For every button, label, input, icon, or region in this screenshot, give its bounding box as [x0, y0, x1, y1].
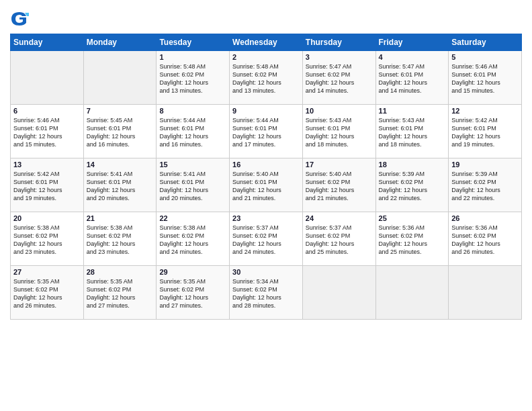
day-header-wednesday: Wednesday [230, 34, 303, 51]
calendar-cell: 5Sunrise: 5:46 AM Sunset: 6:01 PM Daylig… [449, 51, 522, 105]
cell-content: Sunrise: 5:48 AM Sunset: 6:02 PM Dayligh… [232, 62, 300, 95]
day-number: 22 [159, 214, 226, 222]
day-header-tuesday: Tuesday [157, 34, 230, 51]
calendar-cell: 7Sunrise: 5:45 AM Sunset: 6:01 PM Daylig… [83, 105, 157, 158]
logo [10, 9, 32, 28]
calendar-cell: 10Sunrise: 5:43 AM Sunset: 6:01 PM Dayli… [302, 105, 375, 158]
day-number: 5 [451, 53, 519, 61]
cell-content: Sunrise: 5:46 AM Sunset: 6:01 PM Dayligh… [13, 116, 81, 149]
cell-content: Sunrise: 5:34 AM Sunset: 6:02 PM Dayligh… [232, 277, 300, 310]
calendar-cell: 28Sunrise: 5:35 AM Sunset: 6:02 PM Dayli… [83, 266, 157, 320]
cell-content: Sunrise: 5:41 AM Sunset: 6:01 PM Dayligh… [87, 170, 154, 203]
calendar-cell: 11Sunrise: 5:43 AM Sunset: 6:01 PM Dayli… [375, 105, 449, 158]
day-number: 4 [379, 53, 446, 61]
day-header-saturday: Saturday [449, 34, 522, 51]
calendar-cell: 19Sunrise: 5:39 AM Sunset: 6:02 PM Dayli… [449, 158, 522, 212]
day-number: 23 [232, 214, 300, 222]
calendar-cell: 22Sunrise: 5:38 AM Sunset: 6:02 PM Dayli… [157, 212, 230, 266]
calendar-cell [302, 266, 375, 320]
cell-content: Sunrise: 5:38 AM Sunset: 6:02 PM Dayligh… [87, 224, 154, 257]
day-number: 9 [232, 107, 300, 115]
cell-content: Sunrise: 5:35 AM Sunset: 6:02 PM Dayligh… [13, 277, 81, 310]
day-number: 18 [379, 161, 446, 169]
calendar-cell: 16Sunrise: 5:40 AM Sunset: 6:01 PM Dayli… [230, 158, 303, 212]
day-number: 30 [232, 268, 300, 276]
calendar-table: SundayMondayTuesdayWednesdayThursdayFrid… [10, 34, 522, 320]
day-number: 16 [232, 161, 300, 169]
calendar-cell: 13Sunrise: 5:42 AM Sunset: 6:01 PM Dayli… [11, 158, 84, 212]
page: SundayMondayTuesdayWednesdayThursdayFrid… [0, 0, 532, 411]
cell-content: Sunrise: 5:39 AM Sunset: 6:02 PM Dayligh… [451, 170, 519, 203]
day-header-monday: Monday [83, 34, 157, 51]
calendar-cell: 1Sunrise: 5:48 AM Sunset: 6:02 PM Daylig… [157, 51, 230, 105]
day-number: 24 [306, 214, 373, 222]
day-number: 19 [451, 161, 519, 169]
cell-content: Sunrise: 5:36 AM Sunset: 6:02 PM Dayligh… [379, 224, 446, 257]
day-number: 10 [306, 107, 373, 115]
day-number: 1 [159, 53, 226, 61]
cell-content: Sunrise: 5:37 AM Sunset: 6:02 PM Dayligh… [232, 224, 300, 257]
day-header-friday: Friday [375, 34, 449, 51]
day-number: 12 [451, 107, 519, 115]
day-number: 8 [159, 107, 226, 115]
calendar-cell [11, 51, 84, 105]
cell-content: Sunrise: 5:37 AM Sunset: 6:02 PM Dayligh… [306, 224, 373, 257]
day-number: 26 [451, 214, 519, 222]
day-number: 3 [306, 53, 373, 61]
calendar-cell: 15Sunrise: 5:41 AM Sunset: 6:01 PM Dayli… [157, 158, 230, 212]
calendar-cell: 12Sunrise: 5:42 AM Sunset: 6:01 PM Dayli… [449, 105, 522, 158]
day-number: 13 [13, 161, 81, 169]
day-number: 2 [232, 53, 300, 61]
calendar-cell [83, 51, 157, 105]
day-number: 6 [13, 107, 81, 115]
logo-icon [10, 9, 29, 28]
calendar-cell [375, 266, 449, 320]
day-number: 20 [13, 214, 81, 222]
cell-content: Sunrise: 5:35 AM Sunset: 6:02 PM Dayligh… [87, 277, 154, 310]
day-number: 27 [13, 268, 81, 276]
cell-content: Sunrise: 5:40 AM Sunset: 6:02 PM Dayligh… [306, 170, 373, 203]
cell-content: Sunrise: 5:39 AM Sunset: 6:02 PM Dayligh… [379, 170, 446, 203]
week-row-4: 20Sunrise: 5:38 AM Sunset: 6:02 PM Dayli… [11, 212, 522, 266]
cell-content: Sunrise: 5:45 AM Sunset: 6:01 PM Dayligh… [87, 116, 154, 149]
calendar-cell: 27Sunrise: 5:35 AM Sunset: 6:02 PM Dayli… [11, 266, 84, 320]
calendar-cell: 8Sunrise: 5:44 AM Sunset: 6:01 PM Daylig… [157, 105, 230, 158]
cell-content: Sunrise: 5:48 AM Sunset: 6:02 PM Dayligh… [159, 62, 226, 95]
calendar-cell: 21Sunrise: 5:38 AM Sunset: 6:02 PM Dayli… [83, 212, 157, 266]
cell-content: Sunrise: 5:38 AM Sunset: 6:02 PM Dayligh… [13, 224, 81, 257]
cell-content: Sunrise: 5:42 AM Sunset: 6:01 PM Dayligh… [13, 170, 81, 203]
cell-content: Sunrise: 5:44 AM Sunset: 6:01 PM Dayligh… [159, 116, 226, 149]
calendar-cell: 2Sunrise: 5:48 AM Sunset: 6:02 PM Daylig… [230, 51, 303, 105]
week-row-1: 1Sunrise: 5:48 AM Sunset: 6:02 PM Daylig… [11, 51, 522, 105]
day-number: 25 [379, 214, 446, 222]
cell-content: Sunrise: 5:43 AM Sunset: 6:01 PM Dayligh… [306, 116, 373, 149]
week-row-3: 13Sunrise: 5:42 AM Sunset: 6:01 PM Dayli… [11, 158, 522, 212]
day-number: 11 [379, 107, 446, 115]
calendar-cell: 29Sunrise: 5:35 AM Sunset: 6:02 PM Dayli… [157, 266, 230, 320]
cell-content: Sunrise: 5:47 AM Sunset: 6:01 PM Dayligh… [379, 62, 446, 95]
calendar-cell: 30Sunrise: 5:34 AM Sunset: 6:02 PM Dayli… [230, 266, 303, 320]
cell-content: Sunrise: 5:38 AM Sunset: 6:02 PM Dayligh… [159, 224, 226, 257]
cell-content: Sunrise: 5:43 AM Sunset: 6:01 PM Dayligh… [379, 116, 446, 149]
calendar-cell: 3Sunrise: 5:47 AM Sunset: 6:02 PM Daylig… [302, 51, 375, 105]
cell-content: Sunrise: 5:44 AM Sunset: 6:01 PM Dayligh… [232, 116, 300, 149]
calendar-cell: 14Sunrise: 5:41 AM Sunset: 6:01 PM Dayli… [83, 158, 157, 212]
week-row-2: 6Sunrise: 5:46 AM Sunset: 6:01 PM Daylig… [11, 105, 522, 158]
day-number: 21 [87, 214, 154, 222]
week-row-5: 27Sunrise: 5:35 AM Sunset: 6:02 PM Dayli… [11, 266, 522, 320]
calendar-cell: 25Sunrise: 5:36 AM Sunset: 6:02 PM Dayli… [375, 212, 449, 266]
cell-content: Sunrise: 5:35 AM Sunset: 6:02 PM Dayligh… [159, 277, 226, 310]
calendar-cell: 23Sunrise: 5:37 AM Sunset: 6:02 PM Dayli… [230, 212, 303, 266]
calendar-cell: 26Sunrise: 5:36 AM Sunset: 6:02 PM Dayli… [449, 212, 522, 266]
calendar-cell: 17Sunrise: 5:40 AM Sunset: 6:02 PM Dayli… [302, 158, 375, 212]
cell-content: Sunrise: 5:42 AM Sunset: 6:01 PM Dayligh… [451, 116, 519, 149]
day-number: 14 [87, 161, 154, 169]
calendar-cell [449, 266, 522, 320]
cell-content: Sunrise: 5:46 AM Sunset: 6:01 PM Dayligh… [451, 62, 519, 95]
calendar-cell: 9Sunrise: 5:44 AM Sunset: 6:01 PM Daylig… [230, 105, 303, 158]
cell-content: Sunrise: 5:47 AM Sunset: 6:02 PM Dayligh… [306, 62, 373, 95]
day-header-thursday: Thursday [302, 34, 375, 51]
calendar-cell: 6Sunrise: 5:46 AM Sunset: 6:01 PM Daylig… [11, 105, 84, 158]
cell-content: Sunrise: 5:41 AM Sunset: 6:01 PM Dayligh… [159, 170, 226, 203]
cell-content: Sunrise: 5:36 AM Sunset: 6:02 PM Dayligh… [451, 224, 519, 257]
